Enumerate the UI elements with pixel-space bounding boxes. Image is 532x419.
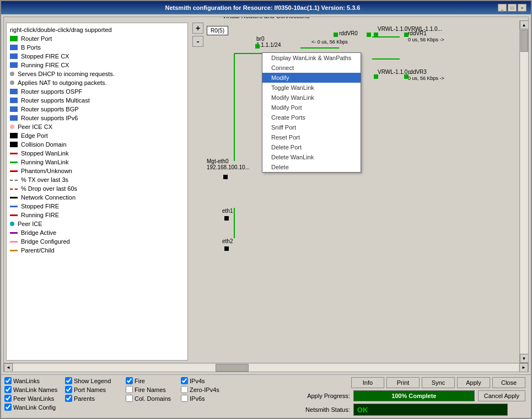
stopped-fire-cx-swatch bbox=[10, 53, 18, 59]
close-button[interactable]: Close bbox=[492, 377, 525, 388]
network-conn-line bbox=[10, 197, 18, 198]
cancel-apply-button[interactable]: Cancel Apply bbox=[478, 390, 525, 401]
legend-item-drop: % Drop over last 60s bbox=[9, 184, 185, 193]
horizontal-scrollbar[interactable]: ◄ ► bbox=[4, 363, 528, 372]
ipv4s-checkbox[interactable] bbox=[181, 377, 188, 384]
ctx-sniff-port[interactable]: Sniff Port bbox=[262, 122, 361, 132]
wanlink-config-checkbox[interactable] bbox=[4, 404, 12, 411]
zero-ipv4s-checkbox[interactable] bbox=[181, 386, 188, 393]
zoom-out-button[interactable]: - bbox=[192, 36, 203, 47]
dhcp-label: Serves DHCP to incoming requests. bbox=[18, 70, 115, 78]
ipv6s-label: IPv6s bbox=[190, 395, 205, 402]
legend-item-router-port: Router Port bbox=[9, 34, 185, 43]
scroll-left-button[interactable]: ◄ bbox=[4, 363, 13, 372]
section-title: Virtual Routers and Connections bbox=[219, 17, 313, 19]
scroll-down-button[interactable]: ▼ bbox=[520, 354, 529, 363]
dhcp-dot bbox=[10, 72, 14, 76]
peer-ice-dot bbox=[10, 222, 14, 226]
maximize-button[interactable]: □ bbox=[508, 4, 517, 12]
ctx-reset-port[interactable]: Reset Port bbox=[262, 132, 361, 142]
legend-item-bridge-configured: Bridge Configured bbox=[9, 237, 185, 246]
b-ports-label: B Ports bbox=[21, 44, 41, 51]
speed2-label: 0 us, 56 Kbps -> bbox=[408, 76, 444, 81]
minimize-button[interactable]: _ bbox=[498, 4, 507, 12]
ctx-delete-port[interactable]: Delete Port bbox=[262, 142, 361, 152]
legend-item-network-conn: Network Connection bbox=[9, 193, 185, 202]
checkbox-col-3: Fire Fire Names Col. Domains bbox=[126, 377, 181, 402]
fire-checkbox[interactable] bbox=[126, 377, 133, 384]
running-fire-cx-label: Running FIRE CX bbox=[21, 61, 69, 69]
legend-item-dhcp: Serves DHCP to incoming requests. bbox=[9, 69, 185, 78]
speed1-label: 0 us, 56 Kbps -> bbox=[408, 37, 444, 42]
br0-port-dot[interactable] bbox=[255, 44, 260, 49]
ipv4s-label: IPv4s bbox=[190, 378, 205, 384]
scrollbar-thumb-h[interactable] bbox=[216, 364, 249, 372]
eth1-dot[interactable] bbox=[224, 216, 229, 221]
ctx-display-wanlink[interactable]: Display WanLink & WanPaths bbox=[262, 53, 361, 63]
port-names-checkbox[interactable] bbox=[65, 386, 72, 393]
show-legend-checkbox[interactable] bbox=[65, 377, 72, 384]
ctx-connect[interactable]: Connect bbox=[262, 63, 361, 73]
fire-names-checkbox-item: Fire Names bbox=[126, 386, 181, 393]
ctx-modify-wanlink[interactable]: Modify WanLink bbox=[262, 93, 361, 103]
running-wanlink-label: Running WanLink bbox=[21, 158, 68, 166]
ctx-delete-wanlink[interactable]: Delete WanLink bbox=[262, 152, 361, 162]
wanlinks-checkbox[interactable] bbox=[4, 377, 12, 384]
ctx-modify-port[interactable]: Modify Port bbox=[262, 103, 361, 112]
ctx-toggle-wanlink[interactable]: Toggle WanLink bbox=[262, 83, 361, 93]
wanlink-config-label: WanLink Config bbox=[13, 404, 56, 411]
window-controls: _ □ × bbox=[498, 4, 526, 12]
section-border: Virtual Routers and Connections right-cl… bbox=[3, 17, 529, 372]
wanlink-names-checkbox[interactable] bbox=[4, 386, 12, 393]
parents-checkbox[interactable] bbox=[65, 395, 72, 402]
ctx-create-ports[interactable]: Create Ports bbox=[262, 112, 361, 122]
tx-dashed bbox=[10, 180, 18, 181]
vr0-port-left[interactable] bbox=[334, 33, 338, 37]
mgt-eth0-dot[interactable] bbox=[223, 175, 228, 179]
ipv6s-checkbox[interactable] bbox=[181, 395, 188, 402]
scroll-up-button[interactable]: ▲ bbox=[520, 20, 529, 29]
parent-child-line bbox=[10, 250, 18, 251]
info-button[interactable]: Info bbox=[351, 377, 384, 388]
top-buttons-row: Info Print Sync Apply Close bbox=[351, 377, 525, 388]
vr3-port-left[interactable] bbox=[374, 74, 378, 79]
close-button[interactable]: × bbox=[518, 4, 526, 12]
vr1-port-left[interactable] bbox=[374, 33, 378, 37]
zoom-in-button[interactable]: + bbox=[192, 23, 203, 34]
legend-item-phantom: Phantom/Unknown bbox=[9, 166, 185, 175]
b-ports-swatch bbox=[10, 45, 18, 50]
router-port-swatch bbox=[10, 36, 18, 41]
scrollbar-thumb-v[interactable] bbox=[520, 30, 528, 52]
vr3-port-right[interactable] bbox=[404, 74, 409, 79]
legend-item-running-wanlink: Running WanLink bbox=[9, 158, 185, 166]
checkbox-col-1: WanLinks WanLink Names Peer WanLinks Wan… bbox=[4, 377, 65, 411]
router-port-label: Router Port bbox=[21, 35, 52, 42]
status-label: Netsmith Status: bbox=[295, 406, 350, 413]
stopped-fire-cx-label: Stopped FIRE CX bbox=[21, 52, 69, 60]
scrollbar-track-v bbox=[520, 30, 528, 353]
vr0-port-right[interactable] bbox=[367, 33, 371, 37]
port-names-label: Port Names bbox=[74, 386, 106, 393]
parent-child-label: Parent/Child bbox=[21, 246, 55, 254]
ctx-delete[interactable]: Delete bbox=[262, 162, 361, 172]
edge-port-label: Edge Port bbox=[21, 132, 48, 139]
fire-names-checkbox[interactable] bbox=[126, 386, 133, 393]
col-domains-checkbox[interactable] bbox=[126, 395, 133, 402]
print-button[interactable]: Print bbox=[386, 377, 420, 388]
br0-label: br0 bbox=[256, 36, 281, 42]
legend-item-bridge-active: Bridge Active bbox=[9, 228, 185, 237]
ctx-modify[interactable]: Modify bbox=[262, 73, 361, 83]
bridge-active-label: Bridge Active bbox=[21, 229, 56, 237]
eth2-dot[interactable] bbox=[224, 246, 229, 251]
scroll-right-button[interactable]: ► bbox=[519, 363, 528, 372]
nat-dot bbox=[10, 80, 14, 85]
network-canvas[interactable]: + - R0(5) bbox=[190, 20, 519, 363]
vr1-port-right[interactable] bbox=[404, 33, 409, 37]
peer-wanlinks-checkbox[interactable] bbox=[4, 395, 12, 402]
br0-ip: 1.1.1.1/24 bbox=[256, 42, 281, 48]
router-box[interactable]: R0(5) bbox=[207, 26, 228, 35]
sync-button[interactable]: Sync bbox=[422, 377, 455, 388]
vertical-scrollbar[interactable]: ▲ ▼ bbox=[519, 20, 528, 363]
legend-item-peer-ice-cx: Peer ICE CX bbox=[9, 122, 185, 131]
apply-button[interactable]: Apply bbox=[457, 377, 490, 388]
